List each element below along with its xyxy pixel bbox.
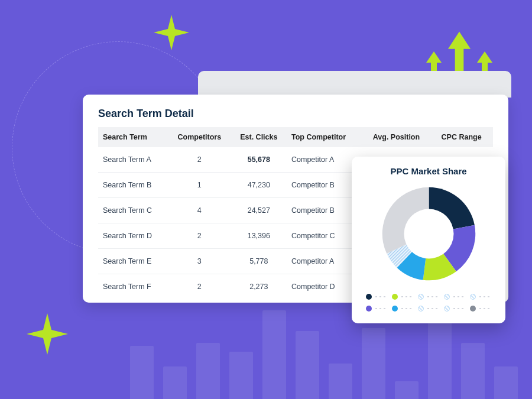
legend-item[interactable] — [470, 294, 491, 300]
cell-clicks: 55,678 — [231, 147, 287, 173]
cell-competitors: 4 — [168, 198, 231, 223]
ppc-market-share-card: PPC Market Share — [352, 157, 505, 323]
legend-item[interactable] — [418, 294, 439, 300]
sparkle-icon — [154, 15, 189, 50]
legend-item[interactable] — [366, 294, 387, 300]
legend-item[interactable] — [392, 294, 413, 300]
card-title: Search Term Detail — [98, 108, 493, 120]
col-avg-position[interactable]: Avg. Position — [363, 127, 430, 147]
cell-competitors: 2 — [168, 147, 231, 173]
cell-competitors: 3 — [168, 249, 231, 274]
table-header-row: Search Term Competitors Est. Clicks Top … — [98, 127, 493, 147]
col-competitors[interactable]: Competitors — [168, 127, 231, 147]
cell-clicks: 5,778 — [231, 249, 287, 274]
cell-clicks: 24,527 — [231, 198, 287, 223]
cell-term: Search Term E — [98, 249, 168, 274]
col-top-competitor[interactable]: Top Competitor — [287, 127, 363, 147]
cell-competitors: 2 — [168, 223, 231, 249]
legend-item[interactable] — [444, 306, 465, 312]
legend-item[interactable] — [444, 294, 465, 300]
cell-clicks: 2,273 — [231, 274, 287, 300]
chart-legend — [361, 294, 496, 312]
cell-clicks: 47,230 — [231, 173, 287, 198]
cell-clicks: 13,396 — [231, 223, 287, 249]
col-est-clicks[interactable]: Est. Clicks — [231, 127, 287, 147]
cell-competitors: 2 — [168, 274, 231, 300]
legend-item[interactable] — [366, 306, 387, 312]
back-panel — [198, 71, 511, 98]
cell-term: Search Term D — [98, 223, 168, 249]
donut-chart — [361, 182, 496, 286]
cell-term: Search Term F — [98, 274, 168, 300]
legend-item[interactable] — [392, 306, 413, 312]
cell-term: Search Term C — [98, 198, 168, 223]
col-search-term[interactable]: Search Term — [98, 127, 168, 147]
cell-competitors: 1 — [168, 173, 231, 198]
cell-term: Search Term A — [98, 147, 168, 173]
col-cpc-range[interactable]: CPC Range — [430, 127, 493, 147]
legend-item[interactable] — [418, 306, 439, 312]
sparkle-icon — [27, 313, 68, 355]
cell-term: Search Term B — [98, 173, 168, 198]
legend-item[interactable] — [470, 306, 491, 312]
svg-point-1 — [404, 209, 453, 259]
chart-title: PPC Market Share — [361, 166, 496, 176]
